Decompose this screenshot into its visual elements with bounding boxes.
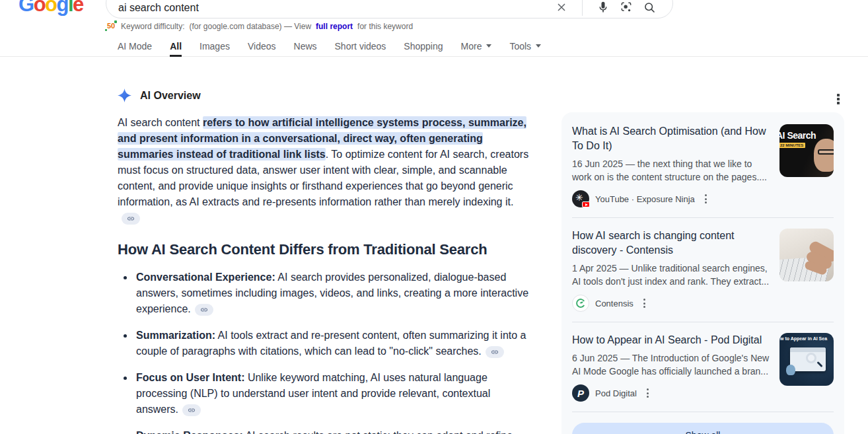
bullet-conversational-experience: Conversational Experience: AI search pro… [118, 270, 535, 317]
result-type-tabs: AI Mode All Images Videos News Short vid… [118, 34, 541, 57]
card-snippet: 16 Jun 2025 — the next thing that we lik… [572, 157, 770, 184]
tab-all[interactable]: All [170, 34, 182, 57]
card-text: How AI search is changing content discov… [572, 229, 770, 312]
google-logo[interactable]: Google [18, 0, 83, 15]
bullet-text: AI search results are not static; they c… [243, 430, 513, 434]
youtube-play-badge [582, 201, 590, 207]
bullet-dynamic-responses: Dynamic Responses: AI search results are… [118, 428, 535, 434]
microphone-icon[interactable] [597, 1, 610, 14]
card-source-label: YouTube · Exposure Ninja [595, 194, 695, 204]
youtube-favicon: ✳ [572, 190, 589, 207]
result-card[interactable]: How AI search is changing content discov… [572, 229, 834, 312]
ai-overview-paragraph: AI search content refers to how artifici… [118, 115, 535, 226]
card-snippet: 1 Apr 2025 — Unlike traditional search e… [572, 262, 770, 288]
glasses-shape [818, 149, 834, 155]
ai-overview-title: AI Overview [140, 90, 201, 102]
card-source-row: P Pod Digital [572, 384, 770, 402]
chevron-down-icon [486, 44, 491, 48]
tab-ai-mode[interactable]: AI Mode [118, 34, 152, 57]
show-all-button[interactable]: Show all [572, 423, 834, 434]
ai-overview-menu-icon[interactable] [834, 91, 842, 107]
card-title-link[interactable]: How AI search is changing content discov… [572, 229, 770, 258]
bullet-term: Dynamic Responses: [136, 430, 243, 434]
logo-letter: l [68, 0, 73, 16]
keyword-difficulty-detail: (for google.com database) — View [190, 22, 312, 31]
keyword-difficulty-badge-icon: 50 [106, 21, 116, 31]
logo-letter: g [57, 0, 68, 16]
bullet-term: Conversational Experience: [136, 271, 275, 283]
card-text: What is AI Search Optimisation (and How … [572, 124, 770, 207]
thumbnail-duration-badge: 22 MINUTES [779, 143, 805, 148]
card-menu-icon[interactable] [643, 387, 653, 399]
logo-letter: G [18, 0, 34, 16]
card-menu-icon[interactable] [701, 193, 711, 205]
clear-icon[interactable] [555, 1, 568, 14]
bullet-focus-on-user-intent: Focus on User Intent: Unlike keyword mat… [118, 370, 535, 417]
bullet-term: Summarization: [136, 330, 215, 341]
divider [572, 412, 834, 412]
citation-link-chip[interactable] [122, 213, 140, 225]
bullet-summarization: Summarization: AI tools extract and re-p… [118, 328, 535, 359]
logo-letter: o [34, 0, 45, 16]
citation-link-chip[interactable] [182, 404, 201, 416]
presenter-face-image [814, 139, 834, 172]
thumbnail-caption: w to Appear in AI Sea [780, 336, 827, 341]
card-source-label: Contensis [595, 299, 633, 308]
divider [572, 217, 834, 218]
tab-news[interactable]: News [294, 34, 317, 57]
logo-letter: e [73, 0, 83, 16]
card-thumbnail[interactable]: AI Search 22 MINUTES [779, 124, 834, 177]
ai-overview-section: AI Overview AI search content refers to … [118, 89, 535, 434]
contensis-favicon [572, 295, 589, 312]
card-source-label: Pod Digital [595, 388, 637, 398]
tab-videos[interactable]: Videos [248, 34, 276, 57]
ai-overview-header: AI Overview [118, 89, 535, 102]
search-bar[interactable]: ai search content [106, 0, 673, 18]
tab-more[interactable]: More [461, 34, 492, 57]
logo-letter: o [45, 0, 56, 16]
google-lens-icon[interactable] [620, 1, 633, 14]
link-icon [127, 215, 135, 223]
tab-tools[interactable]: Tools [509, 34, 541, 57]
tab-short-videos[interactable]: Short videos [335, 34, 386, 57]
pinwheel-glyph: ✳ [575, 193, 583, 202]
citation-link-chip[interactable] [195, 304, 213, 316]
link-icon [200, 306, 208, 314]
related-results-panel: What is AI Search Optimisation (and How … [561, 112, 844, 434]
search-input[interactable]: ai search content [118, 0, 555, 14]
figure-shape [786, 365, 795, 375]
section-heading: How AI Search Content Differs from Tradi… [118, 241, 535, 258]
divider [582, 0, 583, 16]
bullet-term: Focus on User Intent: [136, 372, 244, 383]
tab-shopping[interactable]: Shopping [404, 34, 443, 57]
chevron-down-icon [536, 44, 541, 48]
search-bar-icons [555, 0, 657, 16]
magnifier-shape [806, 353, 816, 363]
card-thumbnail[interactable] [779, 229, 834, 281]
thumbnail-caption: AI Search [779, 130, 816, 141]
keyword-difficulty-suffix: for this keyword [357, 22, 413, 31]
full-report-link[interactable]: full report [316, 22, 353, 31]
card-source-row: Contensis [572, 295, 770, 312]
keyword-difficulty-bar: 50 Keyword difficulty: (for google.com d… [106, 21, 413, 31]
keyword-difficulty-label: Keyword difficulty: [121, 22, 185, 31]
card-snippet: 6 Jun 2025 — The Introduction of Google'… [572, 351, 770, 378]
paragraph-lead: AI search content [118, 117, 203, 128]
google-search-page: Google ai search content [0, 0, 868, 434]
result-card[interactable]: How to Appear in AI Search - Pod Digital… [572, 333, 834, 402]
card-source-row: ✳ YouTube · Exposure Ninja [572, 190, 770, 207]
divider [572, 322, 834, 322]
tab-images[interactable]: Images [199, 34, 230, 57]
result-card[interactable]: What is AI Search Optimisation (and How … [572, 124, 834, 207]
card-title-link[interactable]: What is AI Search Optimisation (and How … [572, 124, 770, 153]
search-icon[interactable] [643, 1, 657, 15]
citation-link-chip[interactable] [486, 346, 504, 358]
link-icon [491, 348, 499, 356]
card-thumbnail[interactable]: w to Appear in AI Sea [779, 333, 834, 386]
pod-digital-favicon: P [572, 384, 589, 402]
card-title-link[interactable]: How to Appear in AI Search - Pod Digital [572, 333, 770, 347]
link-icon [188, 406, 196, 414]
card-menu-icon[interactable] [639, 297, 649, 309]
tab-more-label: More [461, 41, 482, 52]
search-header: Google ai search content [0, 0, 868, 57]
